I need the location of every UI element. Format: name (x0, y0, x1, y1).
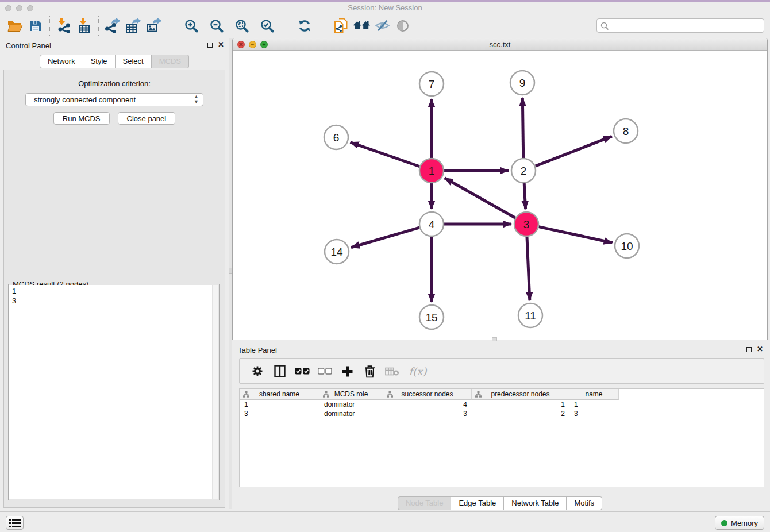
hierarchy-icon (323, 391, 329, 398)
export-table-icon (125, 18, 141, 33)
control-panel: Control Panel ✕ Network Style Select MCD… (0, 38, 229, 509)
table-cell[interactable]: dominator (319, 400, 383, 409)
search-box (596, 18, 764, 33)
export-network-button[interactable] (102, 16, 123, 36)
import-table-icon (78, 18, 91, 33)
mcds-result-area[interactable]: 1 3 (9, 285, 218, 499)
memory-label: Memory (731, 519, 758, 527)
table-panel-title: Table Panel (238, 346, 277, 354)
zoom-in-button[interactable] (181, 16, 202, 36)
tab-network-table[interactable]: Network Table (504, 496, 567, 510)
column-header-predecessor-nodes[interactable]: predecessor nodes (472, 389, 569, 400)
home-button[interactable] (351, 16, 372, 36)
close-panel-button[interactable]: Close panel (118, 112, 176, 125)
graph-node-label-9: 9 (519, 77, 526, 89)
close-table-panel-icon[interactable]: ✕ (757, 346, 763, 352)
plus-icon (341, 365, 353, 377)
apply-layout-button[interactable] (294, 16, 315, 36)
toolbar-separator (168, 16, 168, 36)
tab-mcds[interactable]: MCDS (152, 55, 189, 68)
hierarchy-icon (475, 391, 482, 398)
graph-edge-2-8[interactable] (536, 136, 612, 166)
graph-edge-1-6[interactable] (351, 142, 420, 167)
bird-eye-view-button[interactable] (392, 16, 413, 36)
graph-node-label-2: 2 (521, 165, 527, 177)
column-header-successor-nodes[interactable]: successor nodes (383, 389, 472, 400)
search-input[interactable] (611, 20, 760, 32)
export-table-button[interactable] (123, 16, 144, 36)
close-panel-icon[interactable]: ✕ (218, 42, 224, 48)
graph-node-label-14: 14 (330, 246, 343, 258)
titlebar: Session: New Session (0, 2, 770, 13)
main-toolbar (0, 13, 770, 38)
select-all-columns-button[interactable] (294, 363, 311, 380)
table-cell[interactable]: 4 (383, 400, 472, 409)
graph-edge-2-9[interactable] (522, 98, 523, 158)
graph-edge-3-11[interactable] (527, 237, 530, 300)
column-header-shared-name[interactable]: shared name (240, 389, 319, 400)
graph-edge-4-14[interactable] (351, 228, 419, 248)
graph-edge-3-1[interactable] (445, 178, 515, 218)
graph-node-label-11: 11 (525, 310, 536, 322)
column-header-name[interactable]: name (569, 389, 619, 400)
criterion-select[interactable]: strongly connected component ▲▼ (25, 93, 203, 106)
table-cell[interactable]: 1 (569, 400, 619, 409)
import-table-button[interactable] (74, 16, 95, 36)
table-cell[interactable]: 2 (472, 409, 569, 418)
export-network-icon (105, 18, 121, 33)
table-cell[interactable]: 1 (240, 400, 319, 409)
graph-edge-3-10[interactable] (538, 227, 612, 243)
clone-network-button[interactable] (330, 16, 351, 36)
hierarchy-icon (243, 391, 249, 398)
table-settings-button[interactable] (249, 363, 266, 380)
table-cell[interactable]: 3 (240, 409, 319, 418)
memory-button[interactable]: Memory (715, 516, 764, 530)
network-canvas-svg[interactable]: 7968124314101511 (233, 51, 767, 340)
network-window-titlebar[interactable]: ✕ − + scc.txt (233, 38, 767, 51)
show-panels-menu-button[interactable] (6, 516, 24, 530)
table-cell[interactable]: 3 (569, 409, 619, 418)
tab-motifs[interactable]: Motifs (567, 496, 602, 510)
graph-edge-2-3[interactable] (524, 183, 525, 209)
column-header-MCDS-role[interactable]: MCDS role (319, 389, 383, 400)
unselect-all-columns-button[interactable] (316, 363, 333, 380)
show-graphics-details-button[interactable] (372, 16, 392, 36)
graph-node-label-3: 3 (523, 218, 530, 230)
table-tabs: Node Table Edge Table Network Table Moti… (232, 496, 768, 510)
create-column-button[interactable] (338, 363, 356, 380)
table-cell[interactable]: 1 (472, 400, 569, 409)
tab-edge-table[interactable]: Edge Table (451, 496, 504, 510)
run-mcds-button[interactable]: Run MCDS (53, 112, 110, 125)
columns-icon (274, 365, 286, 377)
table-panel: Table Panel ✕ (232, 342, 768, 509)
float-table-panel-icon[interactable] (746, 347, 752, 352)
tab-network[interactable]: Network (40, 55, 83, 68)
network-window-title: scc.txt (233, 40, 767, 49)
tab-select[interactable]: Select (116, 55, 152, 68)
table-row[interactable]: 3dominator323 (240, 409, 764, 418)
mcds-result-scrollbar[interactable] (212, 285, 218, 499)
save-session-button[interactable] (25, 16, 46, 36)
status-bar: Memory (0, 511, 770, 532)
export-image-button[interactable] (144, 16, 164, 36)
graph-node-label-6: 6 (333, 132, 340, 144)
tab-style[interactable]: Style (83, 55, 116, 68)
tab-node-table[interactable]: Node Table (398, 496, 452, 510)
toolbar-separator (286, 16, 286, 36)
table-cell[interactable]: 3 (383, 409, 472, 418)
table-cell[interactable]: dominator (319, 409, 383, 418)
zoom-out-button[interactable] (206, 16, 227, 36)
table-row[interactable]: 1dominator411 (240, 400, 764, 409)
open-session-button[interactable] (5, 16, 25, 36)
application-window: Session: New Session (0, 0, 770, 532)
zoom-selected-button[interactable] (257, 16, 278, 36)
eye-circle-icon (396, 19, 410, 33)
delete-column-button[interactable] (361, 363, 378, 380)
horizontal-divider-handle[interactable] (492, 337, 497, 341)
search-icon (600, 22, 609, 30)
float-panel-icon[interactable] (207, 43, 213, 48)
zoom-fit-button[interactable] (232, 16, 252, 36)
show-column-button[interactable] (271, 363, 288, 380)
trash-icon (364, 365, 375, 378)
import-network-button[interactable] (53, 16, 74, 36)
